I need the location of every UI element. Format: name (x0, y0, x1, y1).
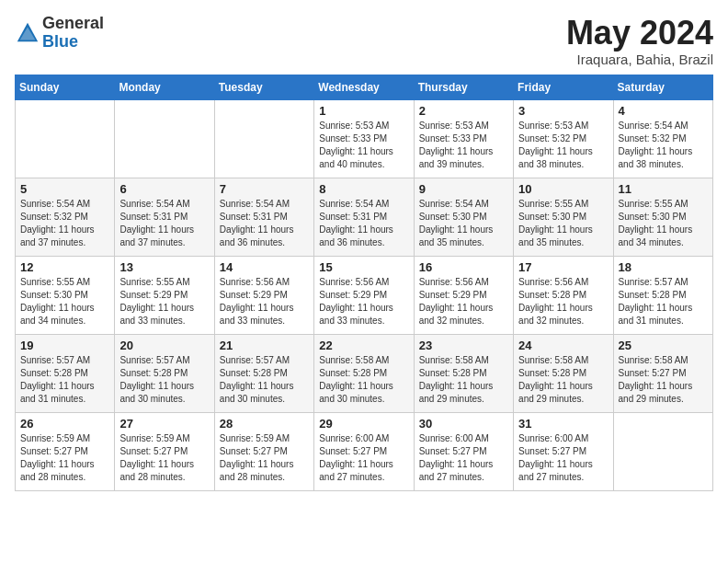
calendar-cell: 31Sunrise: 6:00 AMSunset: 5:27 PMDayligh… (514, 412, 613, 490)
calendar-table: SundayMondayTuesdayWednesdayThursdayFrid… (15, 75, 713, 491)
month-title: May 2024 (566, 15, 713, 52)
logo-general: General (42, 15, 104, 33)
day-number: 6 (119, 182, 209, 196)
calendar-cell: 18Sunrise: 5:57 AMSunset: 5:28 PMDayligh… (613, 256, 712, 334)
calendar-cell: 12Sunrise: 5:55 AMSunset: 5:30 PMDayligh… (16, 256, 115, 334)
day-info: Sunrise: 5:53 AMSunset: 5:33 PMDaylight:… (419, 120, 508, 171)
calendar-cell: 23Sunrise: 5:58 AMSunset: 5:28 PMDayligh… (414, 334, 513, 412)
day-number: 17 (518, 260, 608, 274)
page-header: General Blue May 2024 Iraquara, Bahia, B… (15, 15, 713, 67)
day-info: Sunrise: 5:54 AMSunset: 5:31 PMDaylight:… (119, 198, 209, 249)
calendar-cell: 14Sunrise: 5:56 AMSunset: 5:29 PMDayligh… (214, 256, 313, 334)
day-number: 14 (220, 260, 309, 274)
calendar-cell (613, 412, 712, 490)
day-info: Sunrise: 5:54 AMSunset: 5:31 PMDaylight:… (220, 198, 309, 249)
calendar-cell: 17Sunrise: 5:56 AMSunset: 5:28 PMDayligh… (514, 256, 613, 334)
calendar-cell: 8Sunrise: 5:54 AMSunset: 5:31 PMDaylight… (314, 178, 414, 256)
day-info: Sunrise: 5:58 AMSunset: 5:28 PMDaylight:… (419, 354, 508, 406)
day-number: 25 (619, 339, 708, 352)
calendar-cell (115, 99, 214, 178)
day-info: Sunrise: 5:57 AMSunset: 5:28 PMDaylight:… (220, 354, 309, 406)
calendar-cell (16, 99, 115, 178)
day-number: 22 (319, 339, 408, 352)
calendar-cell: 10Sunrise: 5:55 AMSunset: 5:30 PMDayligh… (514, 178, 613, 256)
day-number: 10 (518, 182, 608, 196)
calendar-cell: 1Sunrise: 5:53 AMSunset: 5:33 PMDaylight… (314, 99, 414, 178)
calendar-cell (214, 99, 313, 178)
day-number: 20 (119, 339, 209, 352)
logo-text: General Blue (42, 15, 104, 52)
calendar-cell: 30Sunrise: 6:00 AMSunset: 5:27 PMDayligh… (414, 412, 513, 490)
day-number: 8 (319, 182, 408, 196)
logo-blue: Blue (42, 33, 104, 52)
calendar-cell: 26Sunrise: 5:59 AMSunset: 5:27 PMDayligh… (16, 412, 115, 490)
week-row-0: 1Sunrise: 5:53 AMSunset: 5:33 PMDaylight… (16, 99, 713, 178)
header-thursday: Thursday (414, 75, 513, 99)
calendar-cell: 16Sunrise: 5:56 AMSunset: 5:29 PMDayligh… (414, 256, 513, 334)
day-number: 13 (119, 260, 209, 274)
day-number: 29 (319, 417, 408, 431)
calendar-cell: 27Sunrise: 5:59 AMSunset: 5:27 PMDayligh… (115, 412, 214, 490)
calendar-cell: 5Sunrise: 5:54 AMSunset: 5:32 PMDaylight… (16, 178, 115, 256)
day-number: 12 (20, 260, 109, 274)
calendar-cell: 2Sunrise: 5:53 AMSunset: 5:33 PMDaylight… (414, 99, 513, 178)
day-info: Sunrise: 5:57 AMSunset: 5:28 PMDaylight:… (20, 354, 109, 406)
week-row-3: 19Sunrise: 5:57 AMSunset: 5:28 PMDayligh… (16, 334, 713, 412)
calendar-cell: 9Sunrise: 5:54 AMSunset: 5:30 PMDaylight… (414, 178, 513, 256)
day-info: Sunrise: 5:59 AMSunset: 5:27 PMDaylight:… (220, 432, 309, 484)
day-info: Sunrise: 5:56 AMSunset: 5:29 PMDaylight:… (220, 276, 309, 327)
day-number: 1 (319, 104, 408, 118)
day-info: Sunrise: 5:58 AMSunset: 5:28 PMDaylight:… (518, 354, 608, 406)
title-block: May 2024 Iraquara, Bahia, Brazil (566, 15, 713, 67)
day-number: 21 (220, 339, 309, 352)
calendar-header-row: SundayMondayTuesdayWednesdayThursdayFrid… (16, 75, 713, 99)
day-number: 26 (20, 417, 109, 431)
calendar-cell: 15Sunrise: 5:56 AMSunset: 5:29 PMDayligh… (314, 256, 414, 334)
header-monday: Monday (115, 75, 214, 99)
location: Iraquara, Bahia, Brazil (566, 52, 713, 67)
day-info: Sunrise: 5:54 AMSunset: 5:32 PMDaylight:… (619, 120, 708, 171)
day-number: 15 (319, 260, 408, 274)
day-info: Sunrise: 5:53 AMSunset: 5:33 PMDaylight:… (319, 120, 408, 171)
day-number: 2 (419, 104, 508, 118)
day-info: Sunrise: 5:54 AMSunset: 5:31 PMDaylight:… (319, 198, 408, 249)
day-number: 3 (518, 104, 608, 118)
day-number: 28 (220, 417, 309, 431)
calendar-cell: 21Sunrise: 5:57 AMSunset: 5:28 PMDayligh… (214, 334, 313, 412)
day-info: Sunrise: 6:00 AMSunset: 5:27 PMDaylight:… (518, 432, 608, 484)
calendar-cell: 13Sunrise: 5:55 AMSunset: 5:29 PMDayligh… (115, 256, 214, 334)
week-row-4: 26Sunrise: 5:59 AMSunset: 5:27 PMDayligh… (16, 412, 713, 490)
day-info: Sunrise: 6:00 AMSunset: 5:27 PMDaylight:… (319, 432, 408, 484)
calendar-cell: 3Sunrise: 5:53 AMSunset: 5:32 PMDaylight… (514, 99, 613, 178)
day-info: Sunrise: 5:58 AMSunset: 5:28 PMDaylight:… (319, 354, 408, 406)
logo: General Blue (15, 15, 104, 52)
calendar-cell: 4Sunrise: 5:54 AMSunset: 5:32 PMDaylight… (613, 99, 712, 178)
day-info: Sunrise: 5:55 AMSunset: 5:29 PMDaylight:… (119, 276, 209, 327)
day-number: 5 (20, 182, 109, 196)
day-info: Sunrise: 5:58 AMSunset: 5:27 PMDaylight:… (619, 354, 708, 406)
day-info: Sunrise: 5:56 AMSunset: 5:28 PMDaylight:… (518, 276, 608, 327)
day-info: Sunrise: 5:59 AMSunset: 5:27 PMDaylight:… (119, 432, 209, 484)
header-saturday: Saturday (613, 75, 712, 99)
calendar-cell: 25Sunrise: 5:58 AMSunset: 5:27 PMDayligh… (613, 334, 712, 412)
day-number: 4 (619, 104, 708, 118)
calendar-cell: 29Sunrise: 6:00 AMSunset: 5:27 PMDayligh… (314, 412, 414, 490)
day-info: Sunrise: 5:55 AMSunset: 5:30 PMDaylight:… (518, 198, 608, 249)
day-number: 16 (419, 260, 508, 274)
week-row-2: 12Sunrise: 5:55 AMSunset: 5:30 PMDayligh… (16, 256, 713, 334)
day-info: Sunrise: 5:56 AMSunset: 5:29 PMDaylight:… (319, 276, 408, 327)
day-info: Sunrise: 5:57 AMSunset: 5:28 PMDaylight:… (119, 354, 209, 406)
day-info: Sunrise: 5:54 AMSunset: 5:32 PMDaylight:… (20, 198, 109, 249)
day-number: 18 (619, 260, 708, 274)
calendar-cell: 11Sunrise: 5:55 AMSunset: 5:30 PMDayligh… (613, 178, 712, 256)
day-number: 19 (20, 339, 109, 352)
week-row-1: 5Sunrise: 5:54 AMSunset: 5:32 PMDaylight… (16, 178, 713, 256)
calendar-cell: 20Sunrise: 5:57 AMSunset: 5:28 PMDayligh… (115, 334, 214, 412)
day-info: Sunrise: 5:55 AMSunset: 5:30 PMDaylight:… (20, 276, 109, 327)
logo-icon (15, 20, 40, 46)
day-info: Sunrise: 5:53 AMSunset: 5:32 PMDaylight:… (518, 120, 608, 171)
day-number: 23 (419, 339, 508, 352)
day-info: Sunrise: 5:56 AMSunset: 5:29 PMDaylight:… (419, 276, 508, 327)
calendar-cell: 24Sunrise: 5:58 AMSunset: 5:28 PMDayligh… (514, 334, 613, 412)
header-wednesday: Wednesday (314, 75, 414, 99)
